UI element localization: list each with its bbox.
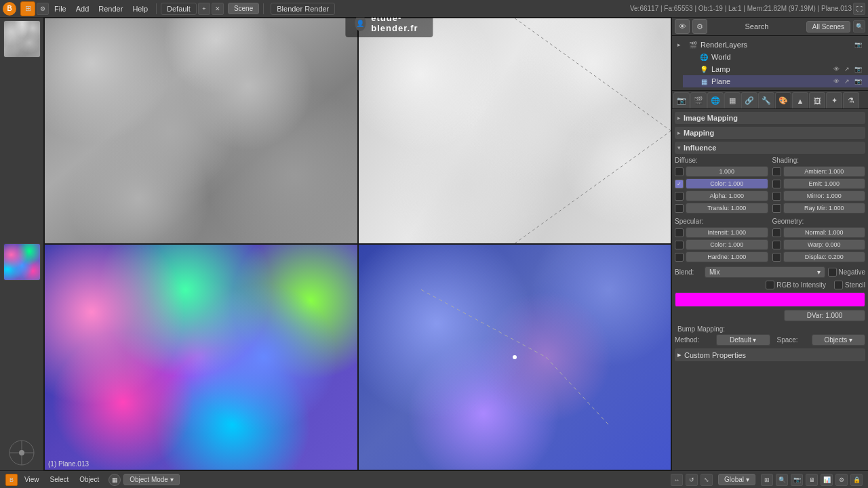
- panel-view-icon[interactable]: 👁: [675, 19, 690, 34]
- tab-material[interactable]: 🎨: [775, 92, 791, 108]
- bottom-blender-icon[interactable]: B: [5, 474, 18, 486]
- lamp-eye-icon[interactable]: 👁: [831, 64, 841, 74]
- cb-warp-geom[interactable]: [772, 241, 781, 249]
- bottom-icon-6[interactable]: ⚙: [835, 474, 848, 486]
- cb-stencil[interactable]: [834, 281, 843, 289]
- all-scenes-dropdown[interactable]: All Scenes: [806, 21, 850, 33]
- tab-render[interactable]: 📷: [673, 92, 690, 108]
- scale-icon[interactable]: ⤡: [701, 474, 713, 486]
- bump-method-select[interactable]: Default ▾: [716, 334, 770, 346]
- field-color-diffuse[interactable]: Color: 1.000: [686, 178, 768, 189]
- cb-intensit-spec[interactable]: [675, 228, 684, 237]
- tab-world[interactable]: 🌐: [707, 92, 724, 108]
- transform-icon[interactable]: ↔: [671, 474, 683, 486]
- bottom-icon-7[interactable]: 🔒: [850, 474, 863, 486]
- viewport-cell-bl[interactable]: [44, 244, 358, 470]
- field-color-spec[interactable]: Color: 1.000: [686, 239, 768, 250]
- cb-emit-shading[interactable]: [772, 180, 781, 188]
- fullscreen-icon[interactable]: ⛶: [853, 3, 865, 15]
- cb-alpha-diffuse[interactable]: [675, 192, 684, 201]
- field-mirror-shading[interactable]: Mirror: 1.000: [783, 190, 866, 201]
- blend-select[interactable]: Mix ▾: [705, 266, 825, 278]
- lamp-cursor-icon[interactable]: ↗: [842, 64, 852, 74]
- field-normal-geom[interactable]: Normal: 1.000: [783, 227, 866, 238]
- lamp-render-icon[interactable]: 📷: [853, 64, 863, 74]
- outline-row-lamp[interactable]: 💡 Lamp 👁 ↗ 📷: [683, 63, 868, 75]
- tab-particles[interactable]: ✦: [826, 92, 842, 108]
- bump-space-select[interactable]: Objects ▾: [812, 334, 866, 346]
- viewport-cell-tl[interactable]: [44, 18, 358, 244]
- color-swatch[interactable]: [675, 292, 865, 307]
- bottom-view[interactable]: View: [20, 474, 43, 485]
- cb-translu-diffuse[interactable]: [675, 204, 684, 213]
- renderlayers-cam-icon[interactable]: 📷: [853, 40, 863, 49]
- field-hardne-spec[interactable]: Hardne: 1.000: [686, 251, 768, 262]
- cb-hardne-spec[interactable]: [675, 253, 684, 262]
- scene-selector[interactable]: Default: [161, 3, 197, 15]
- tab-texture[interactable]: 🖼: [809, 92, 825, 108]
- cb-color-spec[interactable]: [675, 241, 684, 249]
- expand-renderlayers[interactable]: ▸: [677, 41, 686, 48]
- field-emit-shading[interactable]: Emit: 1.000: [783, 178, 866, 189]
- plane-render-icon[interactable]: 📷: [853, 77, 863, 86]
- tab-scene[interactable]: 🎬: [690, 92, 707, 108]
- field-raymir-shading[interactable]: Ray Mir: 1.000: [783, 203, 866, 214]
- search-icon[interactable]: 🔍: [853, 20, 865, 33]
- window-settings-icon[interactable]: ⚙: [37, 3, 49, 15]
- plane-eye-icon[interactable]: 👁: [831, 77, 841, 86]
- cb-displac-geom[interactable]: [772, 253, 781, 262]
- section-mapping[interactable]: ▸ Mapping: [675, 127, 865, 139]
- viewport-cell-br[interactable]: [358, 244, 672, 470]
- tab-object[interactable]: ▦: [724, 92, 741, 108]
- prop-mirror-shading: Mirror: 1.000: [772, 190, 866, 201]
- bottom-icon-2[interactable]: 🔍: [776, 474, 788, 486]
- field-intensit-spec[interactable]: Intensit: 1.000: [686, 227, 768, 238]
- tab-physics[interactable]: ⚗: [843, 92, 859, 108]
- outline-row-renderlayers[interactable]: ▸ 🎬 RenderLayers 📷: [672, 39, 868, 51]
- outline-row-plane[interactable]: ▦ Plane 👁 ↗ 📷: [683, 75, 868, 87]
- cb-ambien-shading[interactable]: [772, 167, 781, 176]
- cb-negative[interactable]: [828, 268, 837, 277]
- tab-constraints[interactable]: 🔗: [741, 92, 757, 108]
- global-local-toggle[interactable]: Global ▾: [718, 474, 755, 485]
- menu-help[interactable]: Help: [128, 3, 152, 14]
- bottom-object[interactable]: Object: [75, 474, 103, 485]
- bottom-mode[interactable]: Object Mode ▾: [123, 474, 180, 485]
- section-custom-props[interactable]: ▸ Custom Properties: [675, 348, 865, 361]
- cb-rgb-intensity[interactable]: [766, 281, 774, 289]
- scene-remove-icon[interactable]: ✕: [212, 3, 224, 15]
- bottom-icon-1[interactable]: ⊞: [761, 474, 773, 486]
- panel-settings-icon[interactable]: ⚙: [692, 19, 707, 34]
- cb-raymir-shading[interactable]: [772, 204, 781, 213]
- field-warp-geom[interactable]: Warp: 0.000: [783, 239, 866, 250]
- dvar-field[interactable]: DVar: 1.000: [784, 310, 865, 321]
- render-engine[interactable]: Blender Render: [271, 3, 335, 15]
- scene-add-icon[interactable]: +: [198, 3, 210, 15]
- field-translu-diffuse[interactable]: Translu: 1.000: [686, 203, 768, 214]
- field-displac-geom[interactable]: Displac: 0.200: [783, 251, 866, 262]
- field-ambien-shading[interactable]: Ambien: 1.000: [783, 166, 866, 177]
- rotate-icon[interactable]: ↺: [686, 474, 698, 486]
- outline-row-world[interactable]: 🌐 World: [683, 51, 868, 63]
- tab-modifiers[interactable]: 🔧: [758, 92, 774, 108]
- field-alpha-diffuse[interactable]: Alpha: 1.000: [686, 190, 768, 201]
- bottom-icon-3[interactable]: 📷: [791, 474, 803, 486]
- viewport-area[interactable]: 👤 etude-blender.fr (1) Plane.013: [44, 18, 671, 470]
- tab-data[interactable]: ▲: [792, 92, 808, 108]
- bottom-icon-4[interactable]: 🖥: [806, 474, 818, 486]
- menu-add[interactable]: Add: [72, 3, 94, 14]
- cb-mirror-shading[interactable]: [772, 192, 781, 201]
- cb-color-diffuse[interactable]: ✓: [675, 180, 684, 188]
- cb-intensit-diffuse[interactable]: [675, 167, 684, 176]
- plane-cursor-icon[interactable]: ↗: [842, 77, 852, 86]
- bottom-select[interactable]: Select: [46, 474, 73, 485]
- field-intensit-diffuse[interactable]: 1.000: [686, 166, 768, 177]
- section-influence[interactable]: ▾ Influence: [675, 142, 865, 154]
- cb-normal-geom[interactable]: [772, 228, 781, 237]
- bottom-icon-5[interactable]: 📊: [821, 474, 833, 486]
- menu-render[interactable]: Render: [94, 3, 127, 14]
- menu-file[interactable]: File: [50, 3, 71, 14]
- section-image-mapping[interactable]: ▸ Image Mapping: [675, 112, 865, 124]
- viewport-cell-tr[interactable]: [358, 18, 672, 244]
- scene-dropdown[interactable]: Scene: [228, 3, 259, 14]
